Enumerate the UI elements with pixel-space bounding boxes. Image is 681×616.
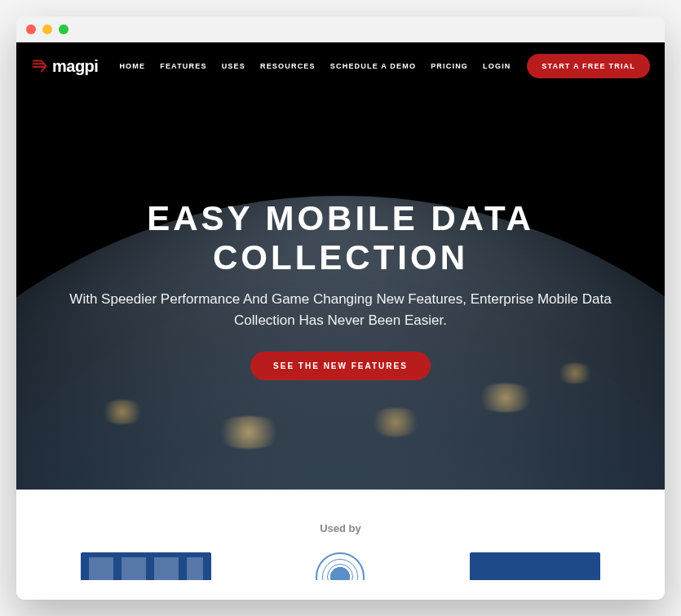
- close-icon[interactable]: [26, 24, 36, 34]
- client-logo-row: [16, 552, 665, 580]
- nav-pricing[interactable]: PRICING: [431, 62, 468, 70]
- nav-home[interactable]: HOME: [119, 62, 145, 70]
- hero-title: EASY MOBILE DATA COLLECTION: [49, 199, 632, 278]
- browser-window: magpi HOME FEATURES USES RESOURCES SCHED…: [16, 16, 665, 600]
- hero-subtitle: With Speedier Performance And Game Chang…: [49, 289, 632, 330]
- hero-text-block: EASY MOBILE DATA COLLECTION With Speedie…: [16, 199, 665, 381]
- client-logo-who: [275, 552, 405, 580]
- used-by-label: Used by: [16, 522, 665, 534]
- minimize-icon[interactable]: [42, 24, 52, 34]
- nav-links: HOME FEATURES USES RESOURCES SCHEDULE A …: [119, 62, 514, 70]
- nav-login[interactable]: LOGIN: [483, 62, 511, 70]
- client-logo-partner: [470, 552, 600, 580]
- window-titlebar: [16, 16, 665, 42]
- start-free-trial-button[interactable]: START A FREE TRIAL: [527, 54, 650, 78]
- brand-logo[interactable]: magpi: [31, 57, 98, 76]
- client-logo-cdc: [81, 552, 211, 580]
- nav-resources[interactable]: RESOURCES: [260, 62, 316, 70]
- nav-uses[interactable]: USES: [222, 62, 245, 70]
- nav-features[interactable]: FEATURES: [160, 62, 206, 70]
- used-by-section: Used by: [16, 490, 665, 600]
- see-new-features-button[interactable]: SEE THE NEW FEATURES: [250, 352, 431, 380]
- traffic-lights: [26, 24, 69, 34]
- maximize-icon[interactable]: [59, 24, 69, 34]
- page-content: magpi HOME FEATURES USES RESOURCES SCHED…: [16, 42, 665, 600]
- brand-name: magpi: [52, 57, 98, 76]
- hero-section: EASY MOBILE DATA COLLECTION With Speedie…: [16, 90, 665, 490]
- top-nav: magpi HOME FEATURES USES RESOURCES SCHED…: [16, 42, 665, 90]
- brand-mark-icon: [31, 57, 49, 75]
- nav-schedule-demo[interactable]: SCHEDULE A DEMO: [330, 62, 416, 70]
